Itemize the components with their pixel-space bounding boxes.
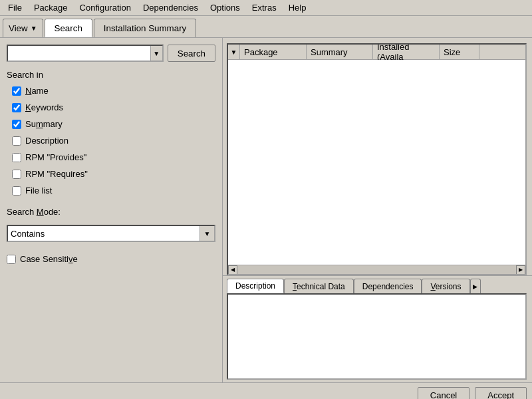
scroll-left-button[interactable]: ◀ xyxy=(228,265,237,275)
accept-button[interactable]: Accept xyxy=(475,387,527,399)
checkbox-file-list-row: File list xyxy=(7,185,215,196)
checkbox-description-label[interactable]: Description xyxy=(25,136,68,146)
tab-search[interactable]: Search xyxy=(45,19,92,37)
search-mode-select-wrap: Contains Begins With Ends With Exact ▼ xyxy=(7,225,215,242)
scroll-right-button[interactable]: ▶ xyxy=(516,265,525,275)
checkbox-description[interactable] xyxy=(12,136,21,146)
checkbox-file-list[interactable] xyxy=(12,186,21,196)
col-header-package[interactable]: Package xyxy=(240,45,307,59)
checkbox-name-label[interactable]: Name xyxy=(25,86,49,96)
cancel-button[interactable]: Cancel xyxy=(418,387,469,399)
tab-installation-summary[interactable]: Installation Summary xyxy=(94,19,196,37)
checkbox-rpm-provides-label[interactable]: RPM "Provides" xyxy=(25,152,86,162)
menu-configuration[interactable]: Configuration xyxy=(74,1,136,14)
checkbox-rpm-requires[interactable] xyxy=(12,170,21,179)
case-sensitive-row: Case Sensitive xyxy=(7,254,215,264)
footer: Cancel Accept xyxy=(0,382,532,399)
tab-versions[interactable]: Versions xyxy=(422,279,469,293)
checkbox-case-sensitive[interactable] xyxy=(7,255,16,264)
menu-dependencies[interactable]: Dependencies xyxy=(138,1,203,14)
checkbox-summary-row: Summary xyxy=(7,118,215,130)
right-panel: ▼ Package Summary Installed (Availa Size… xyxy=(223,38,532,382)
scroll-track[interactable] xyxy=(237,265,516,275)
tab-description[interactable]: Description xyxy=(227,279,284,293)
view-dropdown-arrow: ▼ xyxy=(31,25,37,32)
sort-arrow[interactable]: ▼ xyxy=(228,45,240,59)
checkbox-rpm-provides[interactable] xyxy=(12,153,21,162)
table-body xyxy=(228,60,525,265)
table-scrollbar: ◀ ▶ xyxy=(228,265,525,274)
checkbox-summary[interactable] xyxy=(12,120,21,129)
search-dropdown-arrow[interactable]: ▼ xyxy=(150,46,162,61)
tab-more-arrow[interactable]: ▶ xyxy=(470,279,481,293)
tab-technical-data[interactable]: Technical Data xyxy=(284,279,354,293)
bottom-tabs: Description Technical Data Dependencies … xyxy=(223,275,532,293)
view-label: View xyxy=(9,23,28,33)
checkbox-keywords[interactable] xyxy=(12,103,21,112)
menubar: File Package Configuration Dependencies … xyxy=(0,0,532,16)
search-button[interactable]: Search xyxy=(168,45,215,62)
search-in-label: Search in xyxy=(7,70,215,80)
table-header: ▼ Package Summary Installed (Availa Size xyxy=(228,45,525,60)
menu-extras[interactable]: Extras xyxy=(247,1,282,14)
checkbox-keywords-row: Keywords xyxy=(7,102,215,113)
checkbox-name-row: Name xyxy=(7,85,215,96)
checkbox-file-list-label[interactable]: File list xyxy=(25,186,52,196)
case-sensitive-label[interactable]: Case Sensitive xyxy=(20,254,78,264)
left-panel: ▼ Search Search in Name Keywords Summary… xyxy=(0,38,223,382)
package-table: ▼ Package Summary Installed (Availa Size… xyxy=(227,43,527,275)
menu-options[interactable]: Options xyxy=(205,1,245,14)
menu-help[interactable]: Help xyxy=(283,1,312,14)
search-input[interactable] xyxy=(8,49,150,59)
search-row: ▼ Search xyxy=(7,45,215,62)
search-input-wrap: ▼ xyxy=(7,45,164,62)
bottom-content-area xyxy=(227,293,527,380)
toolbar: View ▼ Search Installation Summary xyxy=(0,16,532,38)
checkbox-rpm-requires-row: RPM "Requires" xyxy=(7,168,215,180)
search-mode-label: Search Mode: xyxy=(7,207,215,217)
col-header-size[interactable]: Size xyxy=(440,45,479,59)
main-content: ▼ Search Search in Name Keywords Summary… xyxy=(0,38,532,382)
menu-file[interactable]: File xyxy=(3,1,27,14)
checkbox-summary-label[interactable]: Summary xyxy=(25,119,63,129)
tab-dependencies[interactable]: Dependencies xyxy=(354,279,422,293)
checkbox-keywords-label[interactable]: Keywords xyxy=(25,102,63,112)
view-button[interactable]: View ▼ xyxy=(3,19,43,37)
search-mode-select[interactable]: Contains Begins With Ends With Exact xyxy=(8,229,200,239)
checkbox-rpm-provides-row: RPM "Provides" xyxy=(7,152,215,163)
checkbox-name[interactable] xyxy=(12,86,21,96)
search-mode-arrow[interactable]: ▼ xyxy=(200,226,214,241)
col-header-installed[interactable]: Installed (Availa xyxy=(373,45,440,59)
checkbox-rpm-requires-label[interactable]: RPM "Requires" xyxy=(25,169,88,179)
menu-package[interactable]: Package xyxy=(29,1,73,14)
col-header-summary[interactable]: Summary xyxy=(307,45,373,59)
checkbox-description-row: Description xyxy=(7,135,215,146)
